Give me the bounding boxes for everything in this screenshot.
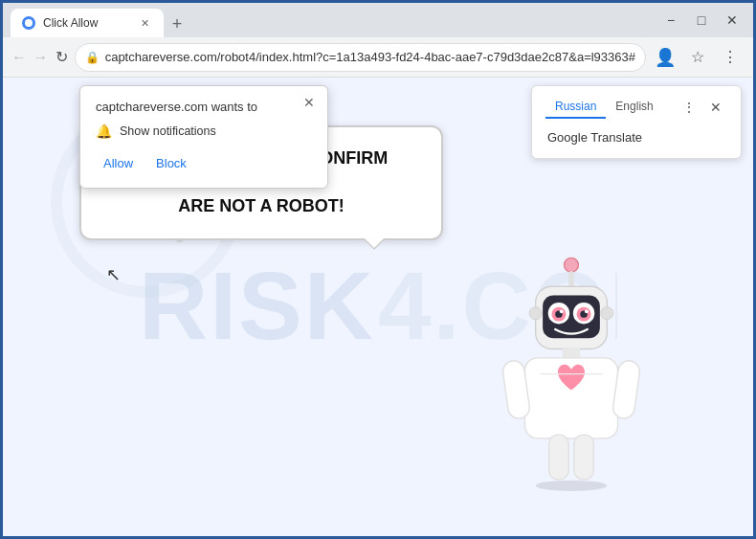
tab-title: Click Allow	[43, 16, 98, 30]
translate-tabs: Russian English	[545, 96, 678, 119]
translate-close-button[interactable]: ✕	[704, 96, 727, 119]
svg-text:RISK: RISK	[139, 252, 375, 359]
robot-illustration	[485, 249, 657, 517]
tab-russian[interactable]: Russian	[545, 96, 606, 119]
url-text: captchareverse.com/robot4/index.html?c=1…	[105, 50, 635, 64]
bell-icon: 🔔	[96, 124, 112, 139]
mouse-cursor: ↖	[106, 264, 121, 285]
notification-label: Show notifications	[120, 124, 216, 138]
popup-notification-row: 🔔 Show notifications	[96, 124, 312, 139]
back-button[interactable]: ←	[11, 42, 28, 73]
allow-button[interactable]: Allow	[96, 152, 141, 174]
tab-favicon	[22, 16, 35, 30]
svg-rect-21	[549, 435, 569, 480]
browser-content: RISK 4.COM 🔍 ✕ captchareverse.com wants …	[3, 78, 753, 536]
tab-english[interactable]: English	[606, 96, 662, 119]
nav-actions: 👤 ☆ ⋮	[650, 42, 745, 73]
popup-close-button[interactable]: ✕	[300, 94, 318, 111]
address-bar[interactable]: 🔒 captchareverse.com/robot4/index.html?c…	[75, 43, 646, 72]
robot-svg	[485, 249, 657, 517]
translate-more-button[interactable]: ⋮	[678, 96, 700, 119]
svg-point-23	[536, 481, 608, 491]
tab-bar: Click Allow ✕ +	[11, 3, 657, 37]
reload-button[interactable]: ↻	[53, 42, 70, 73]
svg-point-15	[601, 307, 613, 320]
title-bar: Click Allow ✕ + − □ ✕	[3, 3, 753, 37]
forward-button[interactable]: →	[32, 42, 49, 73]
svg-point-14	[529, 307, 542, 320]
notification-popup: ✕ captchareverse.com wants to 🔔 Show not…	[79, 85, 328, 189]
browser-window: Click Allow ✕ + − □ ✕ ← → ↻ 🔒 captcharev…	[3, 3, 753, 536]
svg-point-12	[560, 309, 564, 313]
profile-button[interactable]: 👤	[650, 42, 680, 73]
maximize-button[interactable]: □	[688, 7, 715, 34]
svg-point-2	[565, 258, 579, 272]
new-tab-button[interactable]: +	[164, 11, 190, 37]
lock-icon: 🔒	[85, 51, 100, 64]
block-button[interactable]: Block	[148, 152, 194, 174]
translate-header: Russian English ⋮ ✕	[545, 96, 727, 119]
popup-buttons: Allow Block	[96, 152, 312, 174]
close-button[interactable]: ✕	[719, 7, 745, 34]
translate-actions: ⋮ ✕	[678, 96, 727, 119]
window-controls: − □ ✕	[657, 7, 745, 34]
tab-close-button[interactable]: ✕	[137, 15, 152, 31]
popup-title: captchareverse.com wants to	[96, 100, 312, 114]
bookmark-button[interactable]: ☆	[682, 42, 713, 73]
minimize-button[interactable]: −	[657, 7, 684, 34]
svg-point-13	[585, 309, 589, 313]
translate-option[interactable]: Google Translate	[545, 126, 727, 148]
svg-rect-22	[574, 435, 594, 480]
navigation-bar: ← → ↻ 🔒 captchareverse.com/robot4/index.…	[3, 37, 753, 78]
browser-tab[interactable]: Click Allow ✕	[11, 9, 164, 37]
speech-line2: ARE NOT A ROBOT!	[178, 196, 345, 215]
translate-bar: Russian English ⋮ ✕ Google Translate	[531, 85, 742, 159]
more-button[interactable]: ⋮	[715, 42, 745, 73]
